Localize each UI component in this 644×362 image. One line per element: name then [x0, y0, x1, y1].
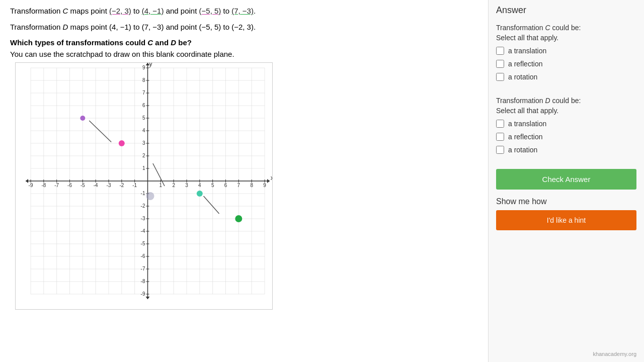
show-me-how-text: Show me how: [496, 197, 636, 206]
point-c-from: (−2, 3): [109, 7, 131, 15]
d-reflection-item[interactable]: a reflection: [496, 133, 636, 141]
scratchpad-note: You can use the scratchpad to draw on th…: [10, 50, 478, 58]
point-c-to2: (7, −3): [231, 7, 254, 15]
hint-button[interactable]: I'd like a hint: [496, 210, 636, 230]
c-rotation-item[interactable]: a rotation: [496, 73, 636, 81]
point-d-from2: (−5, 5): [199, 23, 221, 31]
canvas-drawing[interactable]: [15, 62, 273, 310]
c-reflection-label[interactable]: a reflection: [508, 60, 542, 68]
point-c-from2: (−5, 5): [199, 7, 221, 15]
c-translation-checkbox[interactable]: [496, 47, 504, 55]
c-rotation-checkbox[interactable]: [496, 73, 504, 81]
khanacademy-credit: khanacademy.org: [496, 346, 636, 357]
d-rotation-checkbox[interactable]: [496, 146, 504, 154]
transformation-d-label-text: Transformation D could be: Select all th…: [496, 96, 636, 116]
c-reflection-item[interactable]: a reflection: [496, 60, 636, 68]
transformation-c-sublabel: Select all that apply.: [496, 34, 558, 42]
check-answer-button[interactable]: Check Answer: [496, 169, 636, 190]
point-d-from1: (4, −1): [109, 23, 131, 31]
point-d-to1: (7, −3): [142, 23, 164, 31]
transformation-c-label-text: Transformation C could be: Select all th…: [496, 23, 636, 43]
transformation-c-label: C: [62, 7, 68, 15]
point-c-to1: (4, −1): [142, 7, 164, 15]
d-reflection-label[interactable]: a reflection: [508, 133, 542, 141]
c-rotation-label[interactable]: a rotation: [508, 73, 537, 81]
answer-sidebar: Answer Transformation C could be: Select…: [488, 0, 644, 362]
question-text: Which types of transformations could C a…: [10, 38, 478, 47]
d-translation-checkbox[interactable]: [496, 120, 504, 128]
transformation-d-sublabel: Select all that apply.: [496, 107, 558, 115]
transformation-c-section: Transformation C could be: Select all th…: [496, 23, 636, 86]
transformation-d-label: D: [62, 23, 68, 31]
problem-line2: Transformation D maps point (4, −1) to (…: [10, 21, 478, 33]
c-reflection-checkbox[interactable]: [496, 60, 504, 68]
d-reflection-checkbox[interactable]: [496, 133, 504, 141]
c-translation-item[interactable]: a translation: [496, 47, 636, 55]
transformation-d-section: Transformation D could be: Select all th…: [496, 96, 636, 159]
d-rotation-item[interactable]: a rotation: [496, 146, 636, 154]
d-translation-label[interactable]: a translation: [508, 120, 546, 128]
main-content: Transformation C maps point (−2, 3) to (…: [0, 0, 488, 362]
c-translation-label[interactable]: a translation: [508, 47, 546, 55]
point-d-to2: (−2, 3): [231, 23, 254, 31]
answer-title: Answer: [496, 5, 636, 16]
d-rotation-label[interactable]: a rotation: [508, 146, 537, 154]
problem-line1: Transformation C maps point (−2, 3) to (…: [10, 5, 478, 17]
d-translation-item[interactable]: a translation: [496, 120, 636, 128]
coordinate-plane[interactable]: [15, 62, 272, 309]
